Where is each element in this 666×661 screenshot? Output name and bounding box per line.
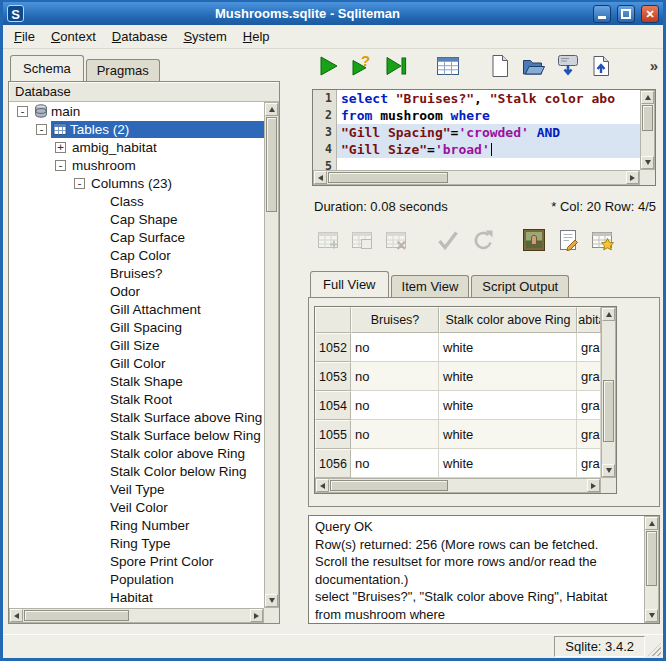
tree-node-main[interactable]: -main — [9, 102, 264, 120]
menu-context[interactable]: Context — [43, 26, 104, 47]
table-cell[interactable]: gra — [577, 362, 601, 391]
blob-preview-button[interactable] — [520, 226, 548, 254]
tree-node-stalk-root[interactable]: Stalk Root — [9, 390, 264, 408]
remove-row-button[interactable] — [382, 226, 410, 254]
scroll-down-button[interactable] — [645, 609, 658, 622]
explain-sql-button[interactable]: ? — [348, 52, 376, 80]
scroll-left-button[interactable] — [10, 609, 23, 622]
row-header-cell[interactable]: 1055 — [315, 420, 351, 449]
tree-node-veil-color[interactable]: Veil Color — [9, 498, 264, 516]
row-header-cell[interactable]: 1054 — [315, 391, 351, 420]
table-cell[interactable]: white — [439, 391, 577, 420]
table-cell[interactable]: gra — [577, 391, 601, 420]
tree-column-header[interactable]: Database — [9, 82, 279, 102]
run-sql-button[interactable] — [314, 52, 342, 80]
tree-node-gill-spacing[interactable]: Gill Spacing — [9, 318, 264, 336]
editor-line[interactable]: 4"Gill Size"='broad' — [313, 141, 640, 158]
tree-node-ring-number[interactable]: Ring Number — [9, 516, 264, 534]
table-cell[interactable]: gra — [577, 420, 601, 449]
menu-file[interactable]: File — [6, 26, 43, 47]
menu-system[interactable]: System — [175, 26, 234, 47]
message-area[interactable]: Query OKRow(s) returned: 256 (More rows … — [308, 515, 660, 624]
tree-node-stalk-surface-below-ring[interactable]: Stalk Surface below Ring — [9, 426, 264, 444]
scroll-up-button[interactable] — [265, 103, 278, 116]
tree-node-ambig-habitat[interactable]: +ambig_habitat — [9, 138, 264, 156]
tree-node-habitat[interactable]: Habitat — [9, 588, 264, 606]
scroll-down-button[interactable] — [265, 594, 278, 607]
scroll-down-button[interactable] — [641, 156, 654, 169]
open-script-button[interactable] — [520, 52, 548, 80]
scroll-left-button[interactable] — [314, 171, 327, 184]
table-cell[interactable]: white — [439, 362, 577, 391]
tree-node-bruises[interactable]: Bruises? — [9, 264, 264, 282]
collapse-icon[interactable]: - — [17, 106, 28, 117]
row-header-cell[interactable]: 1056 — [315, 449, 351, 478]
commit-button[interactable] — [434, 226, 462, 254]
tree-node-mushroom[interactable]: -mushroom — [9, 156, 264, 174]
scrollbar-thumb[interactable] — [646, 531, 657, 586]
table-cell[interactable]: no — [351, 391, 439, 420]
tree-node-odor[interactable]: Odor — [9, 282, 264, 300]
tab-schema[interactable]: Schema — [10, 55, 84, 81]
scrollbar-thumb[interactable] — [642, 105, 653, 131]
scroll-up-button[interactable] — [602, 308, 615, 321]
tab-pragmas[interactable]: Pragmas — [86, 59, 160, 81]
table-cell[interactable]: no — [351, 362, 439, 391]
tab-item-view[interactable]: Item View — [391, 275, 470, 297]
table-horizontal-scrollbar[interactable] — [315, 478, 601, 493]
expand-icon[interactable]: + — [55, 142, 66, 153]
tree-node-stalk-color-above-ring[interactable]: Stalk color above Ring — [9, 444, 264, 462]
table-cell[interactable]: no — [351, 420, 439, 449]
collapse-icon[interactable]: - — [55, 160, 66, 171]
scroll-right-button[interactable] — [587, 479, 600, 492]
table-cell[interactable]: no — [351, 333, 439, 362]
editor-vertical-scrollbar[interactable] — [640, 90, 655, 170]
column-settings-button[interactable] — [588, 226, 616, 254]
editor-line[interactable]: 3"Gill Spacing"='crowded' AND — [313, 124, 640, 141]
tab-full-view[interactable]: Full View — [310, 271, 389, 297]
tree-node-ring-type[interactable]: Ring Type — [9, 534, 264, 552]
sql-editor[interactable]: 1select "Bruises?", "Stalk color abo2fro… — [312, 89, 656, 186]
new-script-button[interactable] — [486, 52, 514, 80]
tree-node-veil-type[interactable]: Veil Type — [9, 480, 264, 498]
tree-node-cap-color[interactable]: Cap Color — [9, 246, 264, 264]
save-script-as-button[interactable] — [588, 52, 616, 80]
tab-script-output[interactable]: Script Output — [471, 275, 569, 297]
scroll-up-button[interactable] — [645, 517, 658, 530]
save-script-button[interactable] — [554, 52, 582, 80]
rollback-button[interactable] — [468, 226, 496, 254]
maximize-button[interactable] — [617, 5, 635, 23]
table-cell[interactable]: white — [439, 333, 577, 362]
tree-node-gill-size[interactable]: Gill Size — [9, 336, 264, 354]
column-header-stalk-color-above-ring[interactable]: Stalk color above Ring — [439, 307, 577, 333]
scroll-left-button[interactable] — [316, 479, 329, 492]
tree-node-stalk-surface-above-ring[interactable]: Stalk Surface above Ring — [9, 408, 264, 426]
table-vertical-scrollbar[interactable] — [601, 307, 616, 478]
tree-horizontal-scrollbar[interactable] — [9, 608, 264, 623]
scrollbar-thumb[interactable] — [330, 480, 448, 491]
menu-help[interactable]: Help — [235, 26, 278, 47]
column-header-bruises[interactable]: Bruises? — [351, 307, 439, 333]
scrollbar-thumb[interactable] — [24, 610, 129, 621]
tree-vertical-scrollbar[interactable] — [264, 102, 279, 608]
tree-node-stalk-shape[interactable]: Stalk Shape — [9, 372, 264, 390]
tree-node-spore-print-color[interactable]: Spore Print Color — [9, 552, 264, 570]
menu-database[interactable]: Database — [104, 26, 176, 47]
tree-node-gill-color[interactable]: Gill Color — [9, 354, 264, 372]
add-row-button[interactable] — [314, 226, 342, 254]
editor-horizontal-scrollbar[interactable] — [313, 170, 640, 185]
scroll-down-button[interactable] — [602, 464, 615, 477]
tree-node-columns-23[interactable]: -Columns (23) — [9, 174, 264, 192]
column-header-habitat[interactable]: Habitat — [577, 307, 601, 333]
table-cell[interactable]: white — [439, 420, 577, 449]
close-button[interactable] — [641, 5, 659, 23]
collapse-icon[interactable]: - — [74, 178, 85, 189]
scrollbar-thumb[interactable] — [328, 172, 448, 183]
scroll-up-button[interactable] — [641, 91, 654, 104]
tree-node-cap-surface[interactable]: Cap Surface — [9, 228, 264, 246]
scroll-right-button[interactable] — [250, 609, 263, 622]
copy-row-button[interactable] — [348, 226, 376, 254]
row-header-cell[interactable]: 1053 — [315, 362, 351, 391]
table-cell[interactable]: no — [351, 449, 439, 478]
scrollbar-thumb[interactable] — [266, 117, 277, 212]
